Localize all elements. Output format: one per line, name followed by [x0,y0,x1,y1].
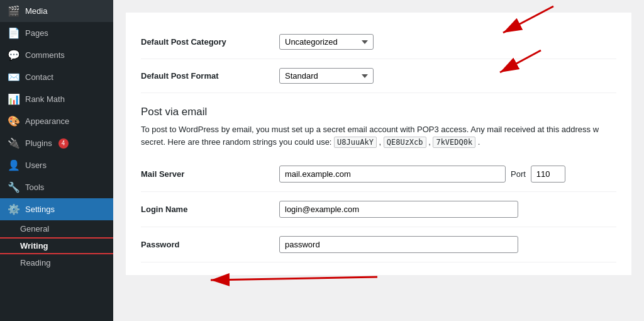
submenu-reading-label: Reading [20,258,50,268]
desc-before: To post to WordPress by email, you must … [141,125,599,134]
sidebar-item-users[interactable]: 👤 Users [0,154,113,176]
default-post-category-field: Uncategorized [279,34,616,50]
login-name-label: Login Name [141,205,279,214]
sidebar-label-media: Media [25,6,47,16]
tools-icon: 🔧 [8,181,20,193]
mail-server-input[interactable] [279,166,506,183]
sidebar-label-comments: Comments [25,50,65,60]
default-post-category-label: Default Post Category [141,37,279,47]
mail-server-label: Mail Server [141,169,279,179]
sidebar-label-contact: Contact [25,72,53,82]
sidebar-label-appearance: Appearance [25,116,69,126]
password-label: Password [141,240,279,249]
submenu-general[interactable]: General [0,220,113,237]
media-icon: 🎬 [8,5,20,17]
sidebar-item-tools[interactable]: 🔧 Tools [0,176,113,198]
mail-server-inputs: Port [279,166,565,183]
sidebar-label-rankmath: Rank Math [25,94,65,104]
default-post-format-row: Default Post Format Standard Aside Image… [141,59,616,93]
submenu-general-label: General [20,224,49,234]
default-post-format-select[interactable]: Standard Aside Image Video [279,68,374,84]
submenu-reading[interactable]: Reading [0,254,113,271]
sidebar-item-pages[interactable]: 📄 Pages [0,22,113,44]
post-via-email-description: To post to WordPress by email, you must … [141,123,616,148]
default-post-category-select[interactable]: Uncategorized [279,34,374,50]
login-name-row: Login Name [141,192,616,227]
submenu-writing[interactable]: Writing [0,237,113,254]
sidebar-item-appearance[interactable]: 🎨 Appearance [0,110,113,132]
sidebar-item-contact[interactable]: ✉️ Contact [0,66,113,88]
random-string-3: 7kVEDQ0k [433,137,475,148]
sidebar-label-pages: Pages [25,28,48,38]
sidebar-item-rankmath[interactable]: 📊 Rank Math [0,88,113,110]
default-post-format-field: Standard Aside Image Video [279,68,616,84]
sidebar-label-plugins: Plugins [25,138,52,148]
sidebar-item-media[interactable]: 🎬 Media [0,0,113,22]
appearance-icon: 🎨 [8,115,20,127]
settings-form: Default Post Category Uncategorized Defa… [126,13,631,275]
plugins-badge: 4 [58,138,69,149]
main-content: Default Post Category Uncategorized Defa… [113,0,644,321]
sidebar-label-tools: Tools [25,183,44,192]
sidebar-item-plugins[interactable]: 🔌 Plugins 4 [0,132,113,154]
default-post-category-row: Default Post Category Uncategorized [141,25,616,59]
random-string-1: U8JuuAkY [334,137,377,148]
sidebar-label-settings: Settings [25,205,55,214]
sidebar-label-users: Users [25,160,47,170]
login-name-input[interactable] [279,201,518,218]
password-field [279,236,616,253]
password-input[interactable] [279,236,518,253]
submenu-writing-label: Writing [20,241,48,251]
contact-icon: ✉️ [8,71,20,83]
sidebar: 🎬 Media 📄 Pages 💬 Comments ✉️ Contact 📊 … [0,0,113,321]
rankmath-icon: 📊 [8,93,20,105]
sidebar-item-comments[interactable]: 💬 Comments [0,44,113,66]
login-name-field [279,201,616,218]
random-string-2: QE8UzXcb [384,137,426,148]
mail-server-row: Mail Server Port [141,157,616,192]
users-icon: 👤 [8,159,20,171]
comments-icon: 💬 [8,49,20,61]
desc-after: secret. Here are three random strings yo… [141,137,334,147]
port-label: Port [511,169,526,179]
mail-server-field: Port [279,166,616,183]
post-via-email-title: Post via email [141,106,616,118]
default-post-format-label: Default Post Format [141,71,279,81]
plugins-icon: 🔌 [8,137,20,149]
sidebar-item-settings[interactable]: ⚙️ Settings [0,198,113,220]
pages-icon: 📄 [8,27,20,39]
port-input[interactable] [531,166,565,183]
password-row: Password [141,227,616,262]
settings-icon: ⚙️ [8,203,20,215]
